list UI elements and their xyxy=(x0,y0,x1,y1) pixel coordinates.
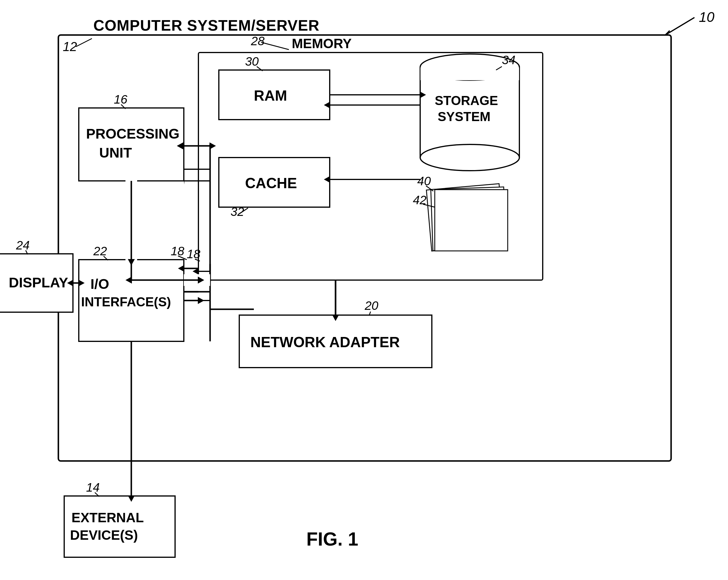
storage-system: STORAGE SYSTEM 34 xyxy=(420,53,519,171)
svg-rect-24 xyxy=(420,68,519,80)
svg-text:10: 10 xyxy=(699,9,714,25)
svg-text:14: 14 xyxy=(86,480,100,494)
svg-text:UNIT: UNIT xyxy=(99,145,132,160)
svg-text:18: 18 xyxy=(171,244,184,258)
svg-text:STORAGE: STORAGE xyxy=(435,94,498,108)
svg-text:COMPUTER SYSTEM/SERVER: COMPUTER SYSTEM/SERVER xyxy=(94,17,319,34)
svg-text:MEMORY: MEMORY xyxy=(292,36,352,51)
svg-text:FIG. 1: FIG. 1 xyxy=(306,529,358,550)
svg-text:30: 30 xyxy=(245,55,259,68)
svg-text:DISPLAY: DISPLAY xyxy=(9,275,68,290)
svg-rect-36 xyxy=(79,108,184,181)
svg-text:22: 22 xyxy=(93,244,107,258)
svg-text:SYSTEM: SYSTEM xyxy=(438,109,491,124)
bus-line: 18 xyxy=(187,247,201,261)
svg-text:EXTERNAL: EXTERNAL xyxy=(72,510,144,525)
svg-text:20: 20 xyxy=(364,299,379,313)
svg-rect-31 xyxy=(435,190,508,251)
svg-text:28: 28 xyxy=(251,34,265,48)
diagram-container: 10 COMPUTER SYSTEM/SERVER 12 MEMORY 28 R… xyxy=(0,0,728,580)
svg-text:INTERFACE(S): INTERFACE(S) xyxy=(81,295,171,309)
svg-text:NETWORK ADAPTER: NETWORK ADAPTER xyxy=(250,334,400,350)
svg-text:40: 40 xyxy=(417,174,431,188)
svg-text:16: 16 xyxy=(114,93,128,106)
svg-text:34: 34 xyxy=(502,53,516,67)
svg-text:RAM: RAM xyxy=(254,87,287,104)
svg-rect-54 xyxy=(64,496,175,557)
svg-text:24: 24 xyxy=(16,238,30,252)
svg-text:18: 18 xyxy=(187,247,201,261)
svg-point-23 xyxy=(420,144,519,171)
svg-text:12: 12 xyxy=(63,39,77,54)
svg-text:DEVICE(S): DEVICE(S) xyxy=(70,527,138,543)
svg-text:CACHE: CACHE xyxy=(245,175,297,191)
svg-text:PROCESSING: PROCESSING xyxy=(86,126,179,141)
svg-text:I/O: I/O xyxy=(90,276,109,292)
